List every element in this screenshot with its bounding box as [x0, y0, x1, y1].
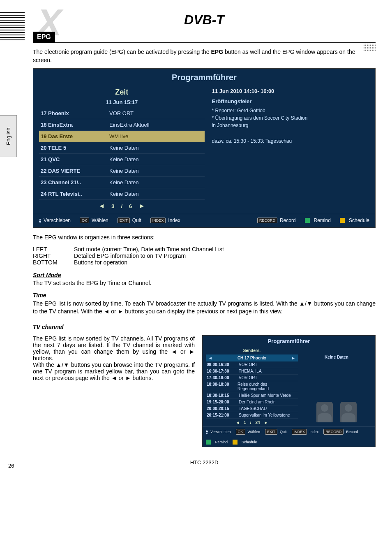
epg-screenshot-main: Programmführer Zeit 11 Jun 15:17 17 Phoe… — [33, 68, 376, 228]
pager: ◄ 3 / 6 ► — [39, 200, 205, 211]
page-title: DVB-T — [184, 12, 224, 28]
schedule-hint[interactable]: Schedule — [233, 440, 257, 445]
verschieben-hint: ▴▾ Verschieben — [206, 429, 231, 435]
divider — [33, 42, 376, 43]
sections-intro: The EPG window is organizes in three sec… — [33, 234, 376, 242]
page-number: 26 — [8, 463, 14, 469]
program-row[interactable]: 20:00-20:15TAGESSCHAU — [206, 405, 298, 412]
up-down-icon: ▴▾ — [206, 429, 208, 435]
program-row[interactable]: 19:15-20:00Der Feind am Rhein — [206, 399, 298, 405]
channel-row[interactable]: 18 EinsExtra EinsExtra Aktuell — [39, 119, 205, 131]
green-key-icon — [206, 440, 211, 445]
epg-bottom-bar: ▴▾ Verschieben OK Wählen EXIT Quit INDEX… — [33, 214, 375, 227]
wahlen-hint[interactable]: OK Wählen — [80, 218, 108, 223]
sort-mode-text: The TV set sorts the EPG by Time or Chan… — [33, 280, 151, 286]
intro-text: The electronic program guide (EPG) can b… — [33, 48, 376, 64]
epg-small-title: Programmführer — [203, 336, 375, 347]
program-row[interactable]: 20:15-21:00Supervulkan im Yellowstone — [206, 412, 298, 419]
person-silhouette-icon — [340, 402, 357, 422]
program-row[interactable]: 16:30-17:30THEMA. ILA — [206, 368, 298, 375]
quit-hint[interactable]: EXITQuit — [265, 429, 287, 435]
detail-line: * Übertragung aus dem Soccer City Stadio… — [212, 115, 369, 121]
yellow-key-icon — [340, 218, 345, 223]
channel-row[interactable]: 24 RTL Televisi.. Keine Daten — [39, 188, 205, 200]
schedule-hint[interactable]: Schedule — [340, 218, 369, 223]
time-heading: Time — [33, 292, 46, 299]
pager-prev-icon[interactable]: ◄ — [235, 420, 240, 425]
wahlen-hint[interactable]: OKWählen — [236, 429, 261, 435]
green-key-icon — [305, 218, 310, 223]
pager-prev-icon[interactable]: ◄ — [98, 202, 105, 210]
remind-hint[interactable]: Remind — [305, 218, 331, 223]
channel-row[interactable]: 21 QVC Keine Daten — [39, 154, 205, 165]
tv-channel-text: The EPG list is now sorted by TV channel… — [33, 335, 195, 381]
footer-model: HTC 2232D — [33, 459, 376, 466]
record-hint[interactable]: RECORDRecord — [323, 429, 358, 435]
index-hint[interactable]: INDEXIndex — [292, 429, 319, 435]
channel-row[interactable]: 20 TELE 5 Keine Daten — [39, 142, 205, 154]
decorative-dots — [363, 43, 376, 51]
program-row[interactable]: 18:00-18:30Reise durch das Regenbogenlan… — [206, 381, 298, 392]
program-row[interactable]: 08:00-16:30VOR ORT — [206, 361, 298, 368]
zeit-header: Zeit — [39, 88, 205, 97]
epg-screenshot-small: Programmführer Senders. ◄ CH 17 Phoenix … — [202, 335, 376, 447]
pager-next-icon[interactable]: ► — [138, 202, 145, 210]
small-pager: ◄ 1 / 24 ► — [206, 419, 298, 426]
exit-key-icon: EXIT — [118, 218, 130, 223]
index-key-icon: INDEX — [150, 218, 166, 223]
detail-line: in Johannesburg — [212, 123, 369, 128]
up-down-icon: ▴▾ — [39, 218, 41, 223]
detail-line: * Reporter: Gerd Gottlob — [212, 108, 369, 114]
record-key-icon: RECORD — [257, 218, 277, 223]
epg-window-title: Programmführer — [33, 69, 375, 88]
ok-key-icon: OK — [80, 218, 89, 223]
program-row[interactable]: 17:30-18:00VOR ORT — [206, 375, 298, 381]
no-data-label: Keine Daten — [301, 355, 372, 359]
channel-row[interactable]: 22 DAS VIERTE Keine Daten — [39, 165, 205, 177]
detail-date: 11 Jun 2010 14:10- 16:00 — [212, 88, 369, 94]
yellow-key-icon — [233, 440, 238, 445]
pager-next-icon[interactable]: ► — [264, 420, 268, 425]
channel-bar[interactable]: ◄ CH 17 Phoenix ► — [206, 354, 298, 361]
sort-mode-heading: Sort Mode — [33, 272, 61, 278]
definition-list: LEFTSort mode (current Time), Date with … — [33, 246, 376, 266]
record-hint[interactable]: RECORD Record — [257, 218, 296, 223]
person-silhouette-icon — [316, 402, 333, 422]
index-hint[interactable]: INDEX Index — [150, 218, 180, 223]
verschieben-hint: ▴▾ Verschieben — [39, 218, 71, 223]
section-header: EPG — [33, 32, 55, 42]
senders-header: Senders. — [206, 347, 298, 354]
detail-extra: dazw. ca. 15:30 - 15:33: Tagesschau — [212, 138, 369, 144]
decorative-lines — [0, 12, 25, 41]
quit-hint[interactable]: EXIT Quit — [118, 218, 141, 223]
epg-small-bottom: ▴▾ Verschieben OKWählen EXITQuit INDEXIn… — [203, 426, 375, 447]
language-tab: English — [0, 115, 17, 157]
remind-hint[interactable]: Remind — [206, 440, 228, 445]
channel-row[interactable]: 23 Channel 21/.. Keine Daten — [39, 177, 205, 188]
time-text: The EPG list is now sorted by time. To e… — [33, 300, 376, 316]
detail-headline: Eröffnungsfeier — [212, 98, 369, 104]
zeit-datetime: 11 Jun 15:17 — [39, 99, 205, 105]
program-row[interactable]: 18:30-19:15Heiße Spur am Monte Verde — [206, 392, 298, 399]
chevron-left-icon[interactable]: ◄ — [206, 356, 215, 360]
tv-channel-heading: TV channel — [33, 324, 64, 330]
channel-row-selected[interactable]: 19 Das Erste WM live — [39, 131, 205, 142]
channel-row[interactable]: 17 Phoenix VOR ORT — [39, 108, 205, 119]
chevron-right-icon[interactable]: ► — [289, 356, 298, 360]
